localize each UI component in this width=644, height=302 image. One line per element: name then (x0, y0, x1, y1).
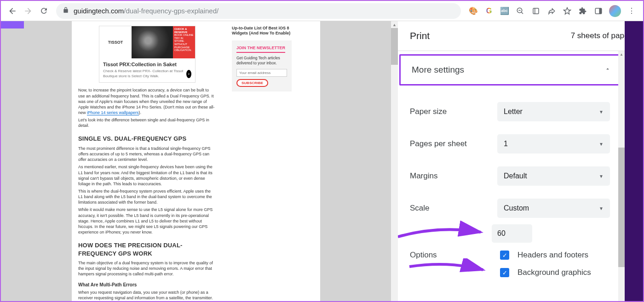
ad-arrow-icon: › (186, 70, 191, 78)
scroll-up-icon[interactable]: ▲ (618, 51, 625, 57)
dropdown-icon: ▼ (599, 206, 604, 211)
pages-per-sheet-row: Pages per sheet 1 ▼ (398, 128, 625, 160)
sheet-count: 7 sheets of paper (571, 31, 631, 40)
paper-size-label: Paper size (410, 107, 492, 116)
para-2: Let's look into the difference between s… (78, 117, 216, 128)
heading-multipath: What Are Multi-Path Errors (78, 282, 216, 288)
newsletter-box: JOIN THE NEWSLETTER Get Guiding Tech art… (232, 40, 292, 91)
print-header: Print 7 sheets of paper (398, 21, 643, 51)
print-preview: TISSOT CHECK & RESERVEBOOK ONLINE TRY IN… (1, 21, 391, 301)
options-row-2: ✓ Background graphics (398, 264, 625, 281)
extensions-icon[interactable] (578, 6, 588, 16)
newsletter-heading: JOIN THE NEWSLETTER (236, 45, 285, 53)
scale-label: Scale (410, 204, 492, 213)
more-settings-highlight: More settings (399, 54, 623, 85)
browser-toolbar: guidingtech.com/dual-frequency-gps-expla… (1, 1, 643, 21)
address-bar[interactable]: guidingtech.com/dual-frequency-gps-expla… (56, 3, 461, 19)
svg-rect-6 (599, 8, 602, 14)
more-settings-toggle[interactable]: More settings (401, 56, 622, 84)
forward-button[interactable] (20, 3, 36, 19)
panel-scroll-thumb[interactable] (618, 148, 625, 267)
annotation-arrow-1 (398, 221, 490, 246)
dropdown-icon: ▼ (599, 109, 604, 114)
newsletter-text: Get Guiding Tech articles delivered to y… (236, 56, 287, 66)
reader-icon[interactable] (531, 6, 541, 16)
options-row-1: Options ✓ Headers and footers (398, 246, 625, 264)
profile-avatar[interactable] (609, 5, 621, 17)
pages-per-sheet-label: Pages per sheet (410, 139, 492, 148)
preview-scrollbar[interactable]: ▲ (391, 21, 398, 301)
ad-image (132, 26, 173, 58)
margins-label: Margins (410, 171, 492, 181)
ext-icon-1[interactable]: 🎨 (468, 6, 478, 16)
margins-select[interactable]: Default ▼ (497, 166, 610, 186)
scale-row: Scale Custom ▼ (398, 192, 625, 224)
scale-select[interactable]: Custom ▼ (497, 199, 610, 218)
print-dialog: Print 7 sheets of paper ▲ More settings … (398, 21, 643, 301)
preview-page: TISSOT CHECK & RESERVEBOOK ONLINE TRY IN… (72, 21, 320, 301)
preview-scroll-thumb[interactable] (391, 28, 398, 65)
ad-logo: TISSOT (99, 26, 132, 58)
more-settings-label: More settings (412, 65, 464, 75)
background-graphics-label: Background graphics (518, 268, 591, 277)
chevron-up-icon (604, 66, 611, 74)
paper-size-row: Paper size Letter ▼ (398, 96, 625, 128)
svg-rect-3 (533, 8, 539, 14)
heading-how-works: HOW DOES THE PRECISION DUAL-FREQUENCY GP… (78, 241, 216, 257)
para-6: While it would make more sense to use th… (78, 207, 216, 235)
pages-per-sheet-select[interactable]: 1 ▼ (497, 134, 610, 154)
url-path: /dual-frequency-gps-explained/ (124, 7, 218, 15)
zoom-out-icon[interactable] (515, 6, 525, 16)
menu-icon[interactable]: ⋮ (627, 6, 637, 16)
ad-subtitle: Check & Reserve latest PRX- Collection a… (103, 69, 186, 79)
ad-card: TISSOT CHECK & RESERVEBOOK ONLINE TRY IN… (99, 26, 196, 83)
para-3: The most prominent difference is that a … (78, 146, 216, 162)
star-icon[interactable] (562, 6, 572, 16)
ad-title: Tissot PRX:Collection in Saket (99, 58, 195, 69)
dropdown-icon: ▼ (599, 174, 604, 179)
margins-row: Margins Default ▼ (398, 160, 625, 192)
sidebar-article-title: Up-to-Date List Of Best iOS 8 Widgets (A… (232, 26, 294, 36)
reload-button[interactable] (36, 3, 52, 19)
translate-icon[interactable]: 🔤 (500, 6, 510, 16)
google-icon[interactable]: G (484, 6, 494, 16)
share-icon[interactable] (546, 6, 557, 16)
scroll-up-icon[interactable]: ▲ (391, 21, 398, 28)
headers-footers-checkbox[interactable]: ✓ (500, 251, 509, 260)
sidepanel-icon[interactable] (593, 6, 604, 16)
back-button[interactable] (5, 3, 20, 19)
background-graphics-checkbox[interactable]: ✓ (500, 268, 509, 277)
url-domain: guidingtech.com (74, 7, 124, 15)
para-5: This is where the dual-frequency system … (78, 188, 216, 205)
extension-icons: 🎨 G 🔤 ⋮ (466, 5, 639, 17)
heading-single-dual: SINGLE VS. DUAL-FREQUENCY GPS (78, 135, 216, 143)
para-1: Now, to increase the pinpoint location a… (78, 87, 216, 115)
lock-icon (63, 7, 69, 15)
headers-footers-label: Headers and footers (518, 251, 588, 260)
svg-line-1 (521, 12, 523, 14)
paper-size-select[interactable]: Letter ▼ (497, 102, 610, 121)
para-8: When you request navigation data, you us… (78, 290, 216, 301)
scale-value-input[interactable] (492, 224, 532, 243)
options-label: Options (410, 251, 492, 260)
newsletter-subscribe-button[interactable]: SUBSCRIBE (236, 79, 268, 87)
print-title: Print (410, 30, 430, 41)
dropdown-icon: ▼ (599, 142, 604, 147)
para-4: As mentioned earlier, most single-freque… (78, 164, 216, 187)
para-7: The main objective of a dual frequency s… (78, 260, 216, 277)
ad-red-box: CHECK & RESERVEBOOK ONLINE TRY IN STORE.… (173, 26, 195, 58)
newsletter-email-input[interactable] (236, 69, 287, 77)
decor-left (1, 21, 24, 28)
